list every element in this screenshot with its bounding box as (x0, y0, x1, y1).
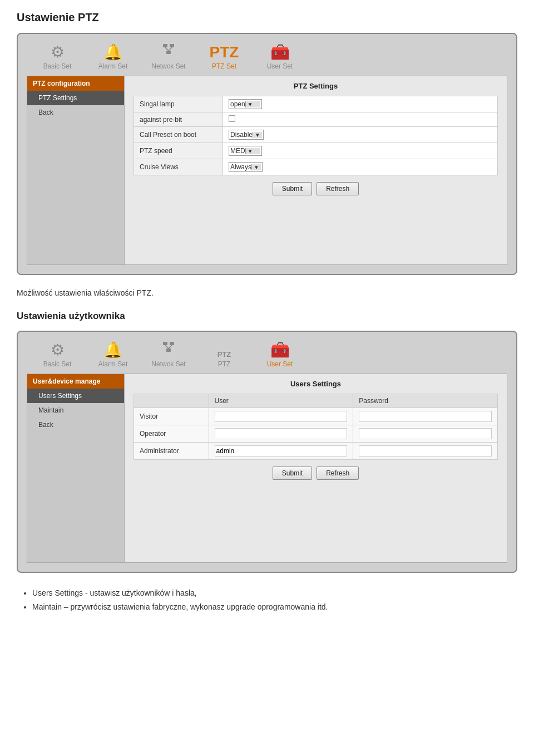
svg-rect-6 (170, 342, 174, 345)
briefcase-icon: 🧰 (270, 45, 290, 60)
u-tab-alarm-set[interactable]: 🔔 Alarm Set (93, 342, 132, 368)
svg-rect-7 (166, 348, 171, 352)
svg-rect-1 (170, 44, 174, 47)
svg-rect-2 (166, 51, 171, 54)
svg-line-8 (165, 345, 169, 348)
ptz-sidebar: PTZ configuration PTZ Settings Back (27, 76, 125, 264)
bullet-item-1: Users Settings - ustawisz użytkowników i… (32, 586, 517, 600)
ptz-main-content: PTZ Settings Singal lamp open ▼ against … (125, 76, 507, 264)
table-row: Singal lamp open ▼ (134, 96, 498, 112)
u-tab-alarm-label: Alarm Set (98, 360, 128, 368)
u-tab-user-label: User Set (267, 360, 293, 368)
ptz-description: Możliwość ustawienia właściwości PTZ. (17, 288, 517, 297)
user-panel: ⚙ Basic Set 🔔 Alarm Set Netwok Set PTZ P… (17, 331, 517, 573)
prebit-checkbox[interactable] (229, 115, 235, 122)
tab-ptz-label: PTZ Set (212, 62, 236, 70)
table-row: Operator (134, 425, 498, 443)
cruise-arrow[interactable]: ▼ (251, 164, 261, 170)
sidebar-ptz-settings[interactable]: PTZ Settings (27, 91, 124, 105)
tab-ptz-set[interactable]: PTZ PTZ Set (205, 45, 244, 70)
ptz-settings-table: Singal lamp open ▼ against pre-bit (134, 96, 498, 175)
table-row: Call Preset on boot Disable ▼ (134, 127, 498, 143)
preset-select[interactable]: Disable ▼ (229, 130, 264, 140)
page-title-2: Ustawienia użytkownika (17, 311, 517, 322)
password-admin-input (353, 443, 498, 460)
ptz-panel: ⚙ Basic Set 🔔 Alarm Set Netwok Set PTZ P… (17, 33, 517, 275)
user-admin-input (209, 443, 353, 460)
admin-password-field[interactable] (359, 445, 492, 456)
ptz-nav-tabs: ⚙ Basic Set 🔔 Alarm Set Netwok Set PTZ P… (27, 43, 507, 70)
sidebar-users-settings[interactable]: Users Settings (27, 389, 124, 403)
field-label-preset: Call Preset on boot (134, 127, 223, 143)
table-row: Administrator (134, 443, 498, 460)
user-operator-input (209, 425, 353, 443)
u-tab-network-set[interactable]: Netwok Set (149, 341, 188, 368)
table-header-row: User Password (134, 394, 498, 408)
u-tab-ptz-label: PTZ (218, 360, 231, 368)
sidebar-maintain[interactable]: Maintain (27, 403, 124, 418)
tab-user-set[interactable]: 🧰 User Set (260, 45, 299, 70)
password-visitor-input (353, 408, 498, 425)
ptz-submit-button[interactable]: Submit (273, 182, 312, 195)
ptz-button-row: Submit Refresh (134, 182, 498, 195)
table-row: Cruise Views Always ▼ (134, 159, 498, 175)
tab-alarm-set[interactable]: 🔔 Alarm Set (93, 45, 132, 70)
preset-arrow[interactable]: ▼ (253, 132, 262, 138)
user-section-title: Users Settings (134, 380, 498, 388)
user-visitor-input (209, 408, 353, 425)
admin-user-field[interactable] (215, 445, 348, 456)
field-value-speed: MED ▼ (223, 143, 498, 159)
col-role (134, 394, 209, 408)
u-tab-user-set[interactable]: 🧰 User Set (260, 342, 299, 368)
speed-select[interactable]: MED ▼ (229, 146, 262, 156)
speed-arrow[interactable]: ▼ (245, 148, 260, 154)
svg-rect-0 (163, 44, 167, 47)
u-ptz-text-icon: PTZ (217, 351, 231, 358)
network-icon (161, 43, 176, 60)
col-user: User (209, 394, 353, 408)
operator-user-field[interactable] (215, 428, 348, 439)
operator-password-field[interactable] (359, 428, 492, 439)
table-row: against pre-bit (134, 112, 498, 127)
ptz-content-area: PTZ configuration PTZ Settings Back PTZ … (27, 76, 507, 265)
u-tab-basic-set[interactable]: ⚙ Basic Set (38, 342, 77, 368)
ptz-section-title: PTZ Settings (134, 82, 498, 90)
sidebar-user-manage[interactable]: User&device manage (27, 374, 124, 389)
u-tab-ptz[interactable]: PTZ PTZ (205, 351, 244, 368)
u-network-icon (161, 341, 176, 358)
table-row: Visitor (134, 408, 498, 425)
users-table: User Password Visitor (134, 394, 498, 460)
password-operator-input (353, 425, 498, 443)
singal-lamp-arrow[interactable]: ▼ (245, 101, 260, 107)
tab-basic-set[interactable]: ⚙ Basic Set (38, 45, 77, 70)
table-row: PTZ speed MED ▼ (134, 143, 498, 159)
sidebar-user-back[interactable]: Back (27, 418, 124, 432)
tab-network-set[interactable]: Netwok Set (149, 43, 188, 70)
sidebar-ptz-back[interactable]: Back (27, 105, 124, 120)
svg-rect-5 (163, 342, 167, 345)
tab-basic-label: Basic Set (43, 62, 72, 70)
page-title-1: Ustawienie PTZ (17, 11, 517, 24)
tab-alarm-label: Alarm Set (98, 62, 128, 70)
ptz-refresh-button[interactable]: Refresh (317, 182, 359, 195)
field-label-cruise: Cruise Views (134, 159, 223, 175)
sidebar-ptz-config[interactable]: PTZ configuration (27, 76, 124, 91)
field-label-speed: PTZ speed (134, 143, 223, 159)
user-refresh-button[interactable]: Refresh (317, 467, 359, 480)
user-submit-button[interactable]: Submit (273, 467, 312, 480)
svg-line-4 (169, 47, 172, 51)
tab-network-label: Netwok Set (151, 62, 185, 70)
role-visitor: Visitor (134, 408, 209, 425)
visitor-user-field[interactable] (215, 411, 348, 422)
cruise-select[interactable]: Always ▼ (229, 162, 263, 172)
u-bell-icon: 🔔 (103, 342, 123, 358)
user-nav-tabs: ⚙ Basic Set 🔔 Alarm Set Netwok Set PTZ P… (27, 341, 507, 368)
user-sidebar: User&device manage Users Settings Mainta… (27, 374, 125, 562)
col-password: Password (353, 394, 498, 408)
svg-line-9 (169, 345, 172, 348)
field-value-preset: Disable ▼ (223, 127, 498, 143)
singal-lamp-select[interactable]: open ▼ (229, 99, 262, 109)
visitor-password-field[interactable] (359, 411, 492, 422)
u-briefcase-icon: 🧰 (270, 342, 290, 358)
field-label-singal: Singal lamp (134, 96, 223, 112)
